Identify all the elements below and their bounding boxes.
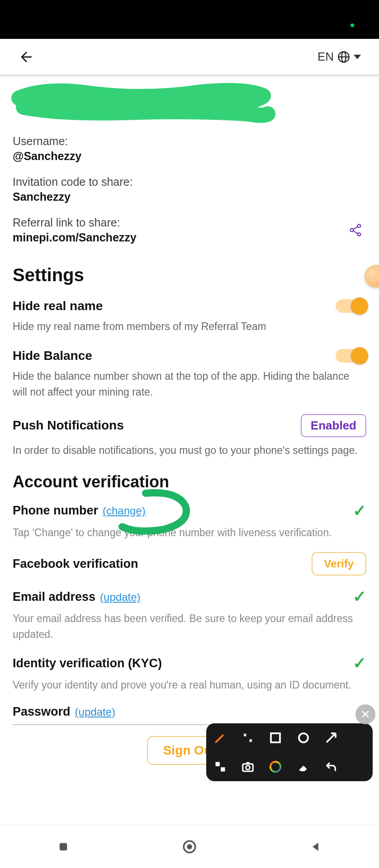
chevron-down-icon xyxy=(354,55,361,59)
status-bar xyxy=(0,0,379,39)
eraser-tool-icon[interactable] xyxy=(295,758,312,775)
redaction-scribble xyxy=(13,85,366,126)
email-verification-row: Email address (update) ✓ Your email addr… xyxy=(13,587,366,642)
language-label: EN xyxy=(317,50,334,64)
phone-number-desc: Tap 'Change' to change your phone number… xyxy=(13,525,366,541)
svg-point-4 xyxy=(351,229,354,232)
facebook-verify-button[interactable]: Verify xyxy=(312,552,366,576)
phone-verification-row: Phone number (change) ✓ Tap 'Change' to … xyxy=(13,501,366,541)
hide-real-name-desc: Hide my real name from members of my Ref… xyxy=(13,319,366,335)
svg-rect-15 xyxy=(59,843,66,850)
email-update-link[interactable]: (update) xyxy=(100,591,140,604)
referral-link-field: Referral link to share: minepi.com/Sanch… xyxy=(13,216,366,244)
facebook-verification-row: Facebook verification Verify xyxy=(13,552,366,576)
annotation-toolbar xyxy=(206,723,373,781)
pixelate-tool-icon[interactable] xyxy=(239,729,256,746)
svg-line-7 xyxy=(353,231,358,234)
username-field: Username: @Sanchezzy xyxy=(13,135,366,163)
referral-link-value: minepi.com/Sanchezzy xyxy=(13,231,137,244)
back-button[interactable] xyxy=(17,48,35,66)
svg-rect-11 xyxy=(221,767,225,771)
circle-tool-icon[interactable] xyxy=(295,729,312,746)
svg-point-5 xyxy=(358,233,361,236)
toggle-knob xyxy=(351,297,368,315)
kyc-title: Identity verification (KYC) xyxy=(13,656,162,670)
svg-point-3 xyxy=(358,224,361,227)
hide-balance-desc: Hide the balance number shown at the top… xyxy=(13,368,366,401)
invitation-code-value: Sanchezzy xyxy=(13,190,366,203)
checkmark-icon: ✓ xyxy=(353,501,366,520)
share-icon[interactable] xyxy=(348,223,363,237)
color-picker-icon[interactable] xyxy=(267,758,284,775)
language-selector[interactable]: EN xyxy=(317,50,361,64)
username-label: Username: xyxy=(13,135,366,148)
push-notifications-setting: Push Notifications Enabled In order to d… xyxy=(13,414,366,459)
push-notifications-title: Push Notifications xyxy=(13,418,124,433)
hide-real-name-title: Hide real name xyxy=(13,299,103,313)
svg-rect-10 xyxy=(215,762,219,766)
push-notifications-desc: In order to disable notifications, you m… xyxy=(13,443,366,459)
account-verification-heading: Account verification xyxy=(13,472,366,491)
password-row: Password (update) xyxy=(13,705,366,719)
invitation-code-field: Invitation code to share: Sanchezzy xyxy=(13,175,366,203)
camera-tool-icon[interactable] xyxy=(239,758,256,775)
facebook-verification-title: Facebook verification xyxy=(13,557,138,571)
crop-tool-icon[interactable] xyxy=(212,758,229,775)
arrow-tool-icon[interactable] xyxy=(322,729,340,746)
referral-link-label: Referral link to share: xyxy=(13,216,137,229)
password-title: Password xyxy=(13,705,71,719)
hide-balance-toggle[interactable] xyxy=(336,349,366,363)
checkmark-icon: ✓ xyxy=(353,654,366,673)
username-value: @Sanchezzy xyxy=(13,150,366,163)
system-back-button[interactable] xyxy=(306,837,326,857)
globe-icon xyxy=(337,51,350,63)
annotation-close-button[interactable]: ✕ xyxy=(355,704,375,724)
svg-rect-8 xyxy=(271,733,280,742)
rectangle-tool-icon[interactable] xyxy=(267,729,284,746)
undo-icon[interactable] xyxy=(322,758,340,775)
system-navigation-bar xyxy=(0,825,379,868)
svg-point-13 xyxy=(246,766,250,770)
app-header: EN xyxy=(0,39,379,76)
hide-balance-setting: Hide Balance Hide the balance number sho… xyxy=(13,349,366,401)
svg-line-6 xyxy=(353,226,358,229)
hide-real-name-toggle[interactable] xyxy=(336,299,366,313)
settings-heading: Settings xyxy=(13,265,366,285)
svg-point-14 xyxy=(270,762,281,772)
hide-real-name-setting: Hide real name Hide my real name from me… xyxy=(13,299,366,335)
kyc-desc: Verify your identity and prove you're a … xyxy=(13,677,366,693)
pen-tool-icon[interactable] xyxy=(212,729,229,746)
status-indicator-dot xyxy=(351,24,354,27)
push-enabled-badge[interactable]: Enabled xyxy=(301,414,366,437)
svg-point-9 xyxy=(299,733,308,742)
invitation-code-label: Invitation code to share: xyxy=(13,175,366,189)
hide-balance-title: Hide Balance xyxy=(13,349,92,363)
email-address-desc: Your email address has been verified. Be… xyxy=(13,611,366,642)
floating-chat-bubble[interactable] xyxy=(365,265,379,288)
password-update-link[interactable]: (update) xyxy=(75,706,115,718)
home-button[interactable] xyxy=(180,837,199,857)
email-address-title: Email address xyxy=(13,590,95,604)
recent-apps-button[interactable] xyxy=(53,837,73,857)
svg-point-17 xyxy=(187,844,192,849)
phone-number-title: Phone number xyxy=(13,504,98,518)
kyc-verification-row: Identity verification (KYC) ✓ Verify you… xyxy=(13,654,366,693)
checkmark-icon: ✓ xyxy=(353,587,366,606)
phone-change-link[interactable]: (change) xyxy=(103,505,146,517)
content-area: Username: @Sanchezzy Invitation code to … xyxy=(0,76,379,778)
arrow-left-icon xyxy=(18,49,34,65)
toggle-knob xyxy=(351,347,368,364)
